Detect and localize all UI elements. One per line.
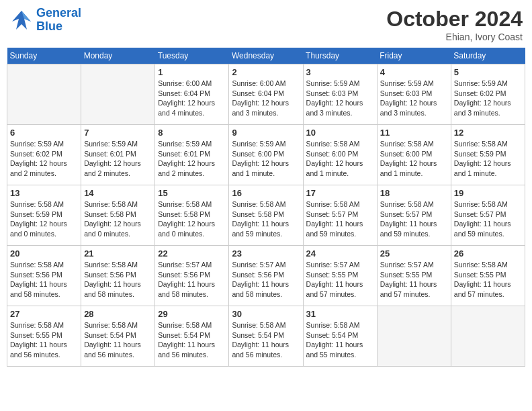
weekday-header-tuesday: Tuesday	[155, 48, 229, 64]
calendar-cell-4-4: 23Sunrise: 5:57 AM Sunset: 5:56 PM Dayli…	[229, 246, 303, 306]
calendar-cell-3-1: 13Sunrise: 5:58 AM Sunset: 5:59 PM Dayli…	[7, 185, 81, 246]
day-number: 4	[380, 67, 448, 77]
day-detail: Sunrise: 5:58 AM Sunset: 5:58 PM Dayligh…	[84, 199, 152, 239]
day-number: 2	[232, 67, 300, 77]
day-number: 8	[158, 128, 226, 138]
calendar-cell-2-1: 6Sunrise: 5:59 AM Sunset: 6:02 PM Daylig…	[7, 125, 81, 185]
day-number: 28	[84, 309, 152, 319]
day-number: 11	[380, 128, 448, 138]
logo: General Blue	[9, 7, 81, 34]
calendar-cell-3-3: 15Sunrise: 5:58 AM Sunset: 5:58 PM Dayli…	[155, 185, 229, 246]
day-detail: Sunrise: 5:58 AM Sunset: 5:58 PM Dayligh…	[158, 199, 226, 239]
day-detail: Sunrise: 5:58 AM Sunset: 5:56 PM Dayligh…	[10, 260, 78, 300]
calendar-cell-5-6	[377, 306, 451, 367]
day-number: 12	[454, 128, 522, 138]
day-number: 6	[10, 128, 78, 138]
day-number: 26	[454, 248, 522, 259]
day-number: 9	[232, 128, 300, 138]
day-number: 20	[10, 248, 78, 259]
day-detail: Sunrise: 5:58 AM Sunset: 5:55 PM Dayligh…	[10, 320, 78, 360]
day-number: 5	[454, 67, 522, 77]
day-detail: Sunrise: 5:57 AM Sunset: 5:56 PM Dayligh…	[232, 260, 300, 300]
day-number: 15	[158, 188, 226, 198]
calendar-cell-1-1	[7, 64, 81, 125]
day-detail: Sunrise: 5:59 AM Sunset: 6:00 PM Dayligh…	[232, 139, 300, 179]
month-title: October 2024	[386, 7, 523, 32]
day-number: 21	[84, 248, 152, 259]
calendar-cell-5-5: 31Sunrise: 5:58 AM Sunset: 5:54 PM Dayli…	[303, 306, 377, 367]
calendar-cell-2-6: 11Sunrise: 5:58 AM Sunset: 6:00 PM Dayli…	[377, 125, 451, 185]
week-row-4: 20Sunrise: 5:58 AM Sunset: 5:56 PM Dayli…	[7, 246, 525, 306]
calendar-cell-1-3: 1Sunrise: 6:00 AM Sunset: 6:04 PM Daylig…	[155, 64, 229, 125]
calendar-cell-3-6: 18Sunrise: 5:58 AM Sunset: 5:57 PM Dayli…	[377, 185, 451, 246]
day-number: 24	[306, 248, 374, 259]
day-detail: Sunrise: 5:59 AM Sunset: 6:01 PM Dayligh…	[158, 139, 226, 179]
calendar-cell-3-2: 14Sunrise: 5:58 AM Sunset: 5:58 PM Dayli…	[81, 185, 155, 246]
day-detail: Sunrise: 5:58 AM Sunset: 5:54 PM Dayligh…	[232, 320, 300, 360]
calendar-cell-4-6: 25Sunrise: 5:57 AM Sunset: 5:55 PM Dayli…	[377, 246, 451, 306]
weekday-header-row: SundayMondayTuesdayWednesdayThursdayFrid…	[7, 48, 525, 64]
calendar-cell-4-1: 20Sunrise: 5:58 AM Sunset: 5:56 PM Dayli…	[7, 246, 81, 306]
day-number: 22	[158, 248, 226, 259]
day-detail: Sunrise: 5:58 AM Sunset: 5:59 PM Dayligh…	[454, 139, 522, 179]
calendar-cell-2-2: 7Sunrise: 5:59 AM Sunset: 6:01 PM Daylig…	[81, 125, 155, 185]
month-info: October 2024 Ehian, Ivory Coast	[386, 7, 523, 42]
weekday-header-saturday: Saturday	[451, 48, 525, 64]
day-detail: Sunrise: 5:59 AM Sunset: 6:03 PM Dayligh…	[380, 79, 448, 118]
logo-text: General Blue	[36, 7, 81, 34]
day-detail: Sunrise: 5:58 AM Sunset: 5:54 PM Dayligh…	[84, 320, 152, 360]
week-row-5: 27Sunrise: 5:58 AM Sunset: 5:55 PM Dayli…	[7, 306, 525, 367]
calendar-cell-1-7: 5Sunrise: 5:59 AM Sunset: 6:02 PM Daylig…	[451, 64, 525, 125]
calendar-cell-3-7: 19Sunrise: 5:58 AM Sunset: 5:57 PM Dayli…	[451, 185, 525, 246]
day-detail: Sunrise: 5:58 AM Sunset: 5:57 PM Dayligh…	[454, 199, 522, 239]
calendar-cell-4-7: 26Sunrise: 5:58 AM Sunset: 5:55 PM Dayli…	[451, 246, 525, 306]
day-detail: Sunrise: 6:00 AM Sunset: 6:04 PM Dayligh…	[232, 79, 300, 118]
day-detail: Sunrise: 5:58 AM Sunset: 5:54 PM Dayligh…	[158, 320, 226, 360]
weekday-header-thursday: Thursday	[303, 48, 377, 64]
day-number: 27	[10, 309, 78, 319]
day-detail: Sunrise: 5:58 AM Sunset: 5:57 PM Dayligh…	[306, 199, 374, 239]
week-row-3: 13Sunrise: 5:58 AM Sunset: 5:59 PM Dayli…	[7, 185, 525, 246]
calendar-cell-2-4: 9Sunrise: 5:59 AM Sunset: 6:00 PM Daylig…	[229, 125, 303, 185]
calendar-cell-2-7: 12Sunrise: 5:58 AM Sunset: 5:59 PM Dayli…	[451, 125, 525, 185]
day-detail: Sunrise: 5:58 AM Sunset: 5:55 PM Dayligh…	[454, 260, 522, 300]
calendar-cell-2-5: 10Sunrise: 5:58 AM Sunset: 6:00 PM Dayli…	[303, 125, 377, 185]
calendar-cell-1-5: 3Sunrise: 5:59 AM Sunset: 6:03 PM Daylig…	[303, 64, 377, 125]
day-number: 3	[306, 67, 374, 77]
day-number: 13	[10, 188, 78, 198]
day-detail: Sunrise: 5:58 AM Sunset: 6:00 PM Dayligh…	[380, 139, 448, 179]
day-number: 23	[232, 248, 300, 259]
day-detail: Sunrise: 5:59 AM Sunset: 6:02 PM Dayligh…	[10, 139, 78, 179]
day-detail: Sunrise: 5:58 AM Sunset: 5:57 PM Dayligh…	[380, 199, 448, 239]
location: Ehian, Ivory Coast	[386, 32, 523, 42]
day-number: 18	[380, 188, 448, 198]
calendar-cell-2-3: 8Sunrise: 5:59 AM Sunset: 6:01 PM Daylig…	[155, 125, 229, 185]
page-header: General Blue October 2024 Ehian, Ivory C…	[7, 7, 525, 42]
day-number: 1	[158, 67, 226, 77]
week-row-1: 1Sunrise: 6:00 AM Sunset: 6:04 PM Daylig…	[7, 64, 525, 125]
day-detail: Sunrise: 5:59 AM Sunset: 6:01 PM Dayligh…	[84, 139, 152, 179]
week-row-2: 6Sunrise: 5:59 AM Sunset: 6:02 PM Daylig…	[7, 125, 525, 185]
calendar-cell-3-4: 16Sunrise: 5:58 AM Sunset: 5:58 PM Dayli…	[229, 185, 303, 246]
calendar-cell-5-1: 27Sunrise: 5:58 AM Sunset: 5:55 PM Dayli…	[7, 306, 81, 367]
calendar-cell-1-2	[81, 64, 155, 125]
day-number: 10	[306, 128, 374, 138]
day-number: 14	[84, 188, 152, 198]
calendar-cell-5-3: 29Sunrise: 5:58 AM Sunset: 5:54 PM Dayli…	[155, 306, 229, 367]
day-detail: Sunrise: 5:58 AM Sunset: 5:56 PM Dayligh…	[84, 260, 152, 300]
weekday-header-wednesday: Wednesday	[229, 48, 303, 64]
weekday-header-monday: Monday	[81, 48, 155, 64]
weekday-header-friday: Friday	[377, 48, 451, 64]
calendar-cell-4-5: 24Sunrise: 5:57 AM Sunset: 5:55 PM Dayli…	[303, 246, 377, 306]
calendar-cell-1-6: 4Sunrise: 5:59 AM Sunset: 6:03 PM Daylig…	[377, 64, 451, 125]
day-detail: Sunrise: 6:00 AM Sunset: 6:04 PM Dayligh…	[158, 79, 226, 118]
day-number: 29	[158, 309, 226, 319]
day-number: 16	[232, 188, 300, 198]
calendar-cell-1-4: 2Sunrise: 6:00 AM Sunset: 6:04 PM Daylig…	[229, 64, 303, 125]
day-detail: Sunrise: 5:57 AM Sunset: 5:55 PM Dayligh…	[380, 260, 448, 300]
day-number: 19	[454, 188, 522, 198]
logo-icon	[9, 8, 34, 32]
calendar-cell-5-4: 30Sunrise: 5:58 AM Sunset: 5:54 PM Dayli…	[229, 306, 303, 367]
weekday-header-sunday: Sunday	[7, 48, 81, 64]
calendar-table: SundayMondayTuesdayWednesdayThursdayFrid…	[7, 48, 525, 367]
